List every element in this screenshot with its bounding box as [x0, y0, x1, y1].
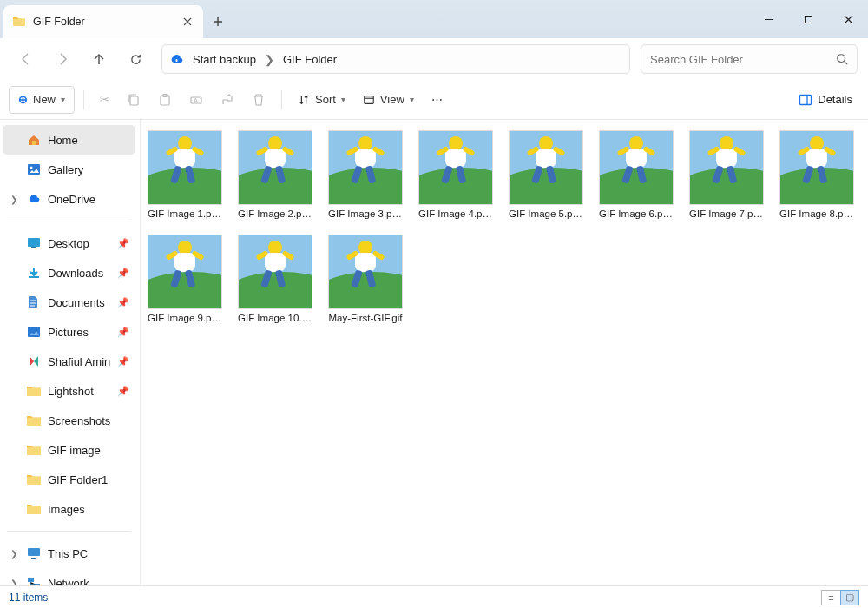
sidebar-item-lightshot[interactable]: Lightshot 📌 — [3, 376, 135, 406]
sidebar-item-desktop[interactable]: Desktop 📌 — [3, 228, 135, 258]
window-controls — [748, 0, 868, 38]
sidebar-label: GIF Folder1 — [48, 473, 108, 486]
cloud-icon — [169, 52, 184, 67]
window-tab[interactable]: GIF Folder — [3, 5, 203, 38]
forward-button[interactable] — [47, 43, 78, 75]
sidebar-label: Home — [48, 134, 78, 147]
svg-rect-2 — [130, 96, 138, 105]
thumbnail — [238, 130, 312, 205]
sidebar-item-onedrive[interactable]: ❯ OneDrive — [3, 184, 135, 214]
svg-rect-14 — [28, 578, 34, 582]
chevron-right-icon[interactable]: ❯ — [10, 578, 19, 586]
cut-button[interactable]: ✂ — [93, 86, 116, 114]
sidebar-item-screenshots[interactable]: Screenshots — [3, 406, 135, 435]
sidebar-item-gifimage[interactable]: GIF image — [3, 435, 135, 465]
folder-icon — [12, 15, 26, 29]
file-item[interactable]: May-First-GIF.gif — [328, 235, 403, 325]
new-button[interactable]: ⊕ New ▾ — [9, 86, 75, 114]
sidebar-item-pictures[interactable]: Pictures 📌 — [3, 317, 135, 347]
file-item[interactable]: GIF Image 4.png — [418, 130, 493, 221]
file-item[interactable]: GIF Image 3.png — [328, 130, 403, 221]
view-button[interactable]: View ▾ — [356, 86, 421, 114]
file-name: May-First-GIF.gif — [328, 313, 403, 325]
breadcrumb-seg-2[interactable]: GIF Folder — [279, 51, 340, 68]
plus-circle-icon: ⊕ — [18, 93, 28, 106]
back-button[interactable] — [10, 43, 42, 75]
delete-button[interactable] — [245, 86, 273, 114]
thumbnail — [509, 130, 583, 205]
maximize-button[interactable] — [788, 0, 828, 38]
chevron-right-icon[interactable]: ❯ — [10, 549, 19, 558]
file-name: GIF Image 5.png — [509, 208, 583, 221]
folder-icon — [26, 413, 41, 428]
address-bar[interactable]: Start backup ❯ GIF Folder — [161, 44, 630, 74]
file-item[interactable]: GIF Image 5.png — [509, 130, 583, 221]
status-bar: 11 items ≡ ▢ — [0, 585, 868, 608]
cloud-icon — [26, 192, 41, 207]
sidebar-label: Gallery — [48, 163, 83, 176]
rename-button[interactable]: A — [182, 86, 210, 114]
gallery-icon — [26, 162, 41, 177]
list-view-button[interactable]: ≡ — [821, 590, 840, 605]
svg-rect-8 — [800, 95, 812, 104]
file-item[interactable]: GIF Image 1.png — [148, 130, 222, 221]
file-item[interactable]: GIF Image 9.png — [148, 235, 222, 325]
svg-rect-12 — [28, 327, 40, 337]
tab-close-button[interactable] — [181, 15, 194, 29]
file-item[interactable]: GIF Image 10.png — [238, 235, 312, 325]
details-pane-button[interactable]: Details — [792, 86, 859, 114]
new-tab-button[interactable] — [203, 5, 233, 38]
grid-view-button[interactable]: ▢ — [840, 590, 859, 605]
view-toggle: ≡ ▢ — [821, 590, 859, 605]
file-name: GIF Image 3.png — [328, 208, 403, 221]
folder-icon — [26, 384, 41, 399]
sidebar-item-home[interactable]: Home — [3, 125, 135, 155]
details-label: Details — [818, 93, 852, 106]
chevron-right-icon: ❯ — [265, 53, 274, 66]
thumbnail — [779, 130, 854, 205]
sidebar-item-downloads[interactable]: Downloads 📌 — [3, 258, 135, 287]
network-icon — [26, 576, 41, 586]
svg-text:A: A — [194, 97, 198, 103]
copy-button[interactable] — [120, 86, 148, 114]
up-button[interactable] — [83, 43, 115, 75]
paste-button[interactable] — [151, 86, 179, 114]
share-button[interactable] — [214, 86, 241, 114]
sidebar-item-thispc[interactable]: ❯ This PC — [3, 539, 135, 568]
sidebar-label: Pictures — [48, 326, 89, 339]
ellipsis-icon: ⋯ — [431, 93, 443, 106]
thumbnail — [689, 130, 764, 205]
sidebar-item-shafiul[interactable]: Shafiul Amin 📌 — [3, 347, 135, 376]
pc-icon — [26, 546, 41, 561]
search-input[interactable] — [650, 53, 829, 66]
sidebar-label: OneDrive — [48, 193, 95, 206]
breadcrumb-seg-1[interactable]: Start backup — [189, 51, 260, 68]
view-icon — [363, 94, 375, 106]
file-name: GIF Image 8.png — [779, 208, 854, 221]
item-count: 11 items — [9, 591, 48, 604]
svg-rect-13 — [28, 548, 40, 556]
file-item[interactable]: GIF Image 6.png — [599, 130, 674, 221]
file-name: GIF Image 1.png — [148, 208, 222, 221]
pin-icon: 📌 — [117, 327, 129, 338]
sidebar-item-giffolder1[interactable]: GIF Folder1 — [3, 465, 135, 494]
sidebar-item-documents[interactable]: Documents 📌 — [3, 287, 135, 317]
pin-icon: 📌 — [117, 356, 129, 367]
file-grid[interactable]: GIF Image 1.pngGIF Image 2.pngGIF Image … — [141, 120, 868, 585]
file-item[interactable]: GIF Image 8.png — [779, 130, 854, 221]
chevron-right-icon[interactable]: ❯ — [10, 195, 19, 204]
more-button[interactable]: ⋯ — [424, 86, 450, 114]
sidebar-item-images[interactable]: Images — [3, 494, 135, 524]
file-item[interactable]: GIF Image 7.png — [689, 130, 764, 221]
sort-button[interactable]: Sort ▾ — [291, 86, 352, 114]
minimize-button[interactable] — [748, 0, 788, 38]
close-button[interactable] — [828, 0, 868, 38]
file-item[interactable]: GIF Image 2.png — [238, 130, 312, 221]
sidebar-item-network[interactable]: ❯ Network — [3, 568, 135, 585]
refresh-button[interactable] — [120, 43, 151, 75]
file-name: GIF Image 7.png — [689, 208, 764, 221]
sidebar-item-gallery[interactable]: Gallery — [3, 155, 135, 184]
sidebar-label: Shafiul Amin — [48, 355, 110, 368]
search-box[interactable] — [641, 44, 858, 74]
toolbar: ⊕ New ▾ ✂ A Sort ▾ View ▾ ⋯ Details — [0, 80, 868, 120]
